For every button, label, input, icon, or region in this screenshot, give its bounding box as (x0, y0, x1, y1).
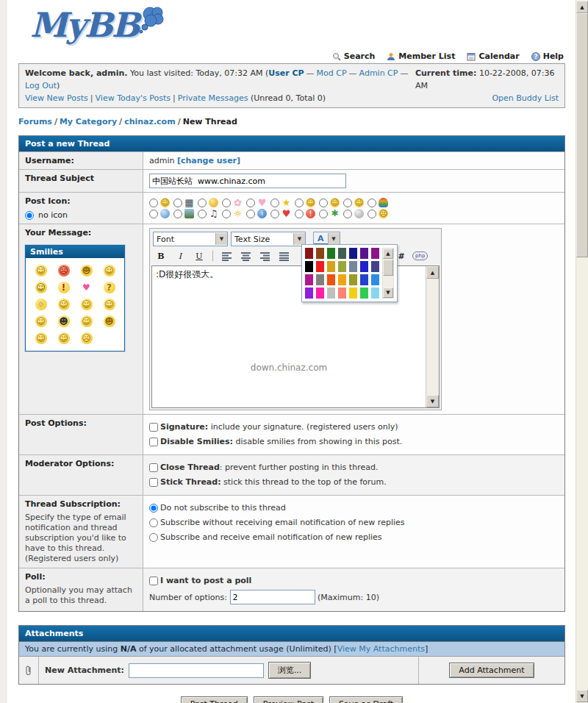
font-color-icon[interactable]: A (314, 234, 328, 245)
scroll-down-icon[interactable]: ▼ (576, 690, 588, 702)
color-swatch[interactable] (327, 248, 335, 259)
color-swatch[interactable] (305, 274, 313, 285)
color-swatch[interactable] (338, 248, 346, 259)
smiley-icon[interactable]: ☼ (35, 299, 47, 310)
smiley-icon[interactable]: ☺ (58, 299, 70, 310)
post-icon-radio[interactable] (319, 199, 328, 207)
post-icon-radio[interactable] (343, 199, 352, 207)
color-swatch[interactable] (349, 274, 357, 285)
attachment-file-input[interactable] (129, 663, 264, 678)
scrollbar-thumb[interactable] (576, 13, 588, 257)
smiley-icon[interactable]: ☺ (35, 332, 47, 344)
smiley-icon[interactable]: ☻ (104, 315, 115, 327)
page-scrollbar[interactable]: ▲ ▼ (576, 0, 588, 703)
poll-checkbox[interactable] (149, 577, 158, 585)
color-swatch[interactable] (316, 288, 324, 299)
color-swatch[interactable] (305, 288, 313, 299)
post-icon-radio[interactable] (295, 199, 304, 207)
color-swatch[interactable] (327, 288, 335, 299)
post-icon-radio[interactable] (368, 199, 376, 207)
color-swatch[interactable] (349, 261, 357, 272)
color-swatch[interactable] (371, 248, 379, 259)
color-swatch[interactable] (338, 261, 346, 272)
post-icon-radio[interactable] (368, 210, 376, 218)
italic-button[interactable]: I (172, 249, 188, 263)
text-size-select[interactable]: Text Size▼ (231, 232, 306, 246)
quick-link[interactable]: View New Posts (25, 93, 88, 103)
post-icon-radio[interactable] (198, 199, 207, 207)
cp-link[interactable]: User CP (268, 68, 304, 78)
color-swatch[interactable] (316, 261, 324, 272)
option-checkbox[interactable] (149, 463, 158, 472)
bold-button[interactable]: B (153, 249, 169, 263)
chevron-down-icon[interactable]: ▼ (215, 233, 227, 245)
color-swatch[interactable] (360, 288, 368, 299)
color-swatch[interactable] (360, 248, 368, 259)
color-swatch[interactable] (371, 261, 379, 272)
php-button[interactable]: php (412, 251, 428, 260)
textarea-scrollbar[interactable]: ▲ ▼ (426, 266, 439, 407)
smiley-icon[interactable]: ☻ (81, 265, 93, 276)
quick-link[interactable]: Private Messages (178, 93, 248, 103)
subscription-radio[interactable] (149, 504, 158, 513)
scroll-up-icon[interactable]: ▲ (426, 266, 439, 279)
post-icon-radio[interactable] (343, 210, 352, 218)
post-icon-radio[interactable] (246, 210, 255, 218)
color-swatch[interactable] (360, 274, 368, 285)
color-swatch[interactable] (349, 288, 357, 299)
smiley-icon[interactable]: ☺ (81, 315, 93, 327)
cp-link[interactable]: Mod CP (317, 68, 347, 78)
post-icon-radio[interactable] (198, 210, 207, 218)
smiley-icon[interactable]: ♥ (81, 282, 93, 293)
smiley-icon[interactable]: ? (104, 282, 115, 293)
color-swatch[interactable] (316, 274, 324, 285)
color-swatch[interactable] (327, 274, 335, 285)
palette-scrollbar[interactable]: ▲ ▼ (382, 248, 394, 299)
option-checkbox[interactable] (149, 438, 158, 446)
color-swatch[interactable] (327, 261, 335, 272)
smiley-icon[interactable]: ☺ (81, 299, 93, 310)
post-icon-radio[interactable] (149, 199, 158, 207)
nav-calendar[interactable]: Calendar (467, 51, 519, 61)
scrollbar-thumb[interactable] (383, 260, 393, 276)
color-swatch[interactable] (316, 248, 324, 259)
browse-button[interactable]: 浏览... (268, 662, 312, 679)
post-icon-radio[interactable] (246, 199, 255, 207)
chevron-down-icon[interactable]: ▼ (293, 233, 305, 245)
scroll-down-icon[interactable]: ▼ (426, 395, 439, 407)
smiley-icon[interactable]: ! (58, 282, 70, 293)
align-center-button[interactable] (237, 249, 254, 263)
change-user-link[interactable]: [change user] (177, 156, 240, 165)
save-draft-button[interactable]: Save as Draft (329, 696, 403, 703)
view-attachments-link[interactable]: View My Attachments (337, 644, 425, 654)
justify-button[interactable] (276, 249, 292, 263)
scroll-down-icon[interactable]: ▼ (383, 288, 393, 298)
smiley-icon[interactable]: ☺ (58, 332, 70, 344)
post-icon-radio[interactable] (222, 199, 231, 207)
nav-member-list[interactable]: Member List (387, 51, 455, 61)
nav-help[interactable]: ? Help (531, 51, 564, 61)
no-icon-radio[interactable] (25, 211, 34, 220)
align-left-button[interactable] (218, 249, 234, 263)
breadcrumb-link[interactable]: Forums (18, 117, 52, 126)
option-checkbox[interactable] (149, 478, 158, 487)
post-icon-radio[interactable] (222, 210, 231, 218)
scroll-up-icon[interactable]: ▲ (383, 249, 393, 259)
color-swatch[interactable] (338, 274, 346, 285)
add-attachment-button[interactable]: Add Attachment (449, 663, 534, 678)
color-swatch[interactable] (371, 288, 379, 299)
post-icon-radio[interactable] (319, 210, 328, 218)
color-swatch[interactable] (305, 248, 313, 259)
thread-subject-input[interactable] (149, 174, 346, 188)
post-icon-radio[interactable] (149, 210, 158, 218)
post-icon-radio[interactable] (270, 199, 279, 207)
smiley-icon[interactable]: ☹ (58, 265, 70, 276)
color-swatch[interactable] (349, 248, 357, 259)
breadcrumb-link[interactable]: chinaz.com (124, 117, 176, 126)
nav-search[interactable]: Search (332, 51, 376, 61)
cp-link[interactable]: Admin CP (359, 68, 398, 78)
color-swatch[interactable] (360, 261, 368, 272)
smiley-icon[interactable]: ☺ (104, 299, 115, 310)
smiley-icon[interactable]: ☺ (35, 282, 47, 293)
post-icon-radio[interactable] (173, 199, 182, 207)
